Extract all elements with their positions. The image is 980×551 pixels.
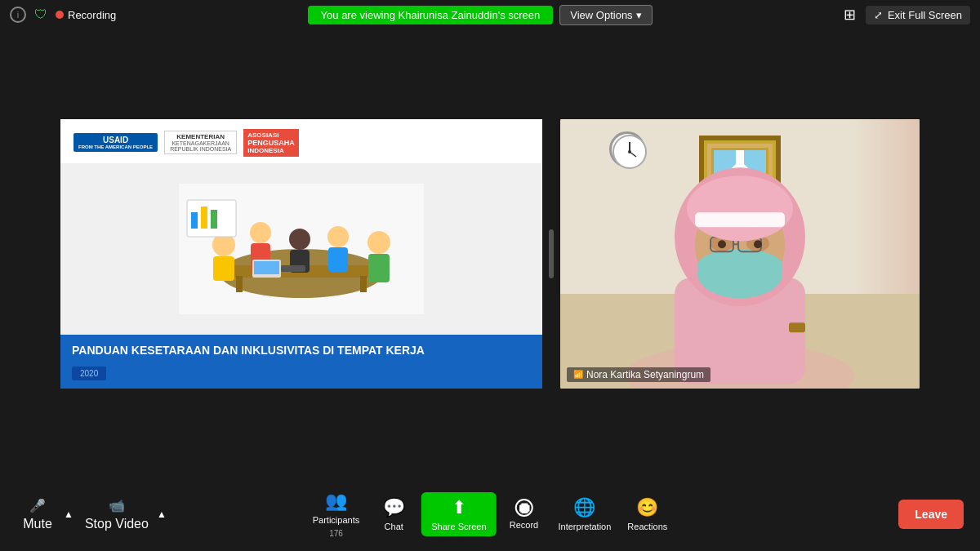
svg-rect-17 [254, 261, 279, 274]
participants-button[interactable]: 👥 Participants 176 [306, 486, 366, 543]
top-bar: i 🛡 Recording You are viewing Khairunisa… [0, 0, 980, 29]
slide-title: PANDUAN KESETARAAN DAN INKLUSIVITAS DI T… [72, 343, 531, 358]
video-background [560, 119, 920, 389]
svg-rect-48 [695, 212, 785, 227]
stop-video-button[interactable]: 📹 Stop Video [82, 493, 152, 536]
toolbar: 🎤 Mute ▲ 📹 Stop Video ▲ 👥 Participants 1… [0, 478, 980, 551]
video-arrow-button[interactable]: ▲ [152, 509, 172, 520]
svg-rect-3 [236, 276, 243, 292]
slide-illustration [60, 163, 542, 335]
svg-point-38 [697, 249, 782, 282]
participant-silhouette [609, 159, 871, 389]
exit-fullscreen-button[interactable]: ⤢ Exit Full Screen [866, 6, 970, 24]
recording-label: Recording [68, 9, 116, 21]
slide-header: USAID FROM THE AMERICAN PEOPLE KEMENTERI… [60, 119, 542, 163]
camera-icon: 📹 [109, 498, 125, 513]
participant-name: Nora Kartika Setyaningrum [586, 369, 704, 380]
svg-rect-4 [360, 276, 367, 292]
share-screen-icon: ⬆ [452, 497, 466, 518]
signal-strength-icon: 📶 [573, 370, 583, 379]
meeting-illustration [179, 184, 424, 314]
svg-point-7 [250, 222, 271, 243]
top-right-controls: ⊞ ⤢ Exit Full Screen [844, 6, 970, 24]
mute-button[interactable]: 🎤 Mute [16, 493, 59, 536]
svg-rect-19 [191, 212, 198, 229]
chat-button[interactable]: 💬 Chat [369, 492, 418, 536]
record-button[interactable]: ⏺ Record [500, 494, 549, 535]
interpretation-button[interactable]: 🌐 Interpretation [552, 492, 618, 536]
record-icon: ⏺ [515, 499, 533, 517]
ministry-logo: KEMENTERIAN KETENAGAKERJAAN REPUBLIK IND… [164, 131, 237, 154]
usaid-logo: USAID FROM THE AMERICAN PEOPLE [74, 133, 158, 152]
leave-button[interactable]: Leave [898, 500, 964, 529]
participant-video: 📶 Nora Kartika Setyaningrum [560, 119, 920, 389]
mute-arrow-button[interactable]: ▲ [59, 509, 78, 520]
reactions-button[interactable]: 😊 Reactions [621, 492, 674, 536]
toolbar-left: 🎤 Mute ▲ 📹 Stop Video ▲ [16, 493, 172, 536]
svg-point-45 [754, 240, 762, 248]
chat-icon: 💬 [383, 497, 405, 518]
svg-rect-21 [211, 210, 217, 229]
svg-rect-11 [281, 265, 305, 272]
svg-point-9 [289, 229, 310, 250]
svg-point-44 [718, 240, 726, 248]
recording-badge: Recording [56, 9, 116, 21]
mute-control: 🎤 Mute ▲ [16, 493, 78, 536]
screen-share-banner: You are viewing Khairunisa Zainuddin's s… [308, 6, 554, 24]
top-left-controls: i 🛡 Recording [10, 7, 116, 23]
svg-rect-49 [789, 322, 805, 332]
share-screen-button[interactable]: ⬆ Share Screen [421, 492, 496, 536]
svg-rect-20 [201, 207, 207, 229]
participant-name-label: 📶 Nora Kartika Setyaningrum [567, 367, 710, 382]
apindo-logo: ASOSIASI PENGUSAHA INDONESIA [243, 129, 299, 157]
slide-year: 2020 [72, 367, 106, 380]
svg-point-25 [628, 150, 631, 153]
participants-count: 176 [329, 529, 343, 538]
interpretation-icon: 🌐 [573, 497, 595, 518]
microphone-icon: 🎤 [29, 498, 46, 513]
panel-divider [549, 229, 554, 278]
shield-icon[interactable]: 🛡 [33, 7, 49, 23]
participants-icon: 👥 [325, 491, 347, 512]
presentation-slide: USAID FROM THE AMERICAN PEOPLE KEMENTERI… [60, 119, 542, 389]
reactions-icon: 😊 [636, 497, 658, 518]
video-control: 📹 Stop Video ▲ [82, 493, 172, 536]
view-options-button[interactable]: View Options ▾ [559, 5, 652, 25]
svg-point-14 [368, 231, 390, 254]
svg-rect-13 [328, 247, 348, 272]
recording-dot [56, 11, 64, 19]
svg-rect-15 [368, 254, 390, 282]
screen-banner-area: You are viewing Khairunisa Zainuddin's s… [308, 5, 653, 25]
toolbar-right: Leave [898, 500, 964, 529]
grid-icon[interactable]: ⊞ [844, 6, 856, 24]
info-icon[interactable]: i [10, 7, 26, 23]
main-content: USAID FROM THE AMERICAN PEOPLE KEMENTERI… [0, 29, 980, 478]
slide-blue-section: PANDUAN KESETARAAN DAN INKLUSIVITAS DI T… [60, 335, 542, 388]
svg-rect-6 [213, 256, 234, 281]
screen-banner-text: You are viewing Khairunisa Zainuddin's s… [321, 9, 541, 21]
toolbar-center: 👥 Participants 176 💬 Chat ⬆ Share Screen… [306, 486, 675, 543]
svg-point-12 [327, 226, 349, 247]
